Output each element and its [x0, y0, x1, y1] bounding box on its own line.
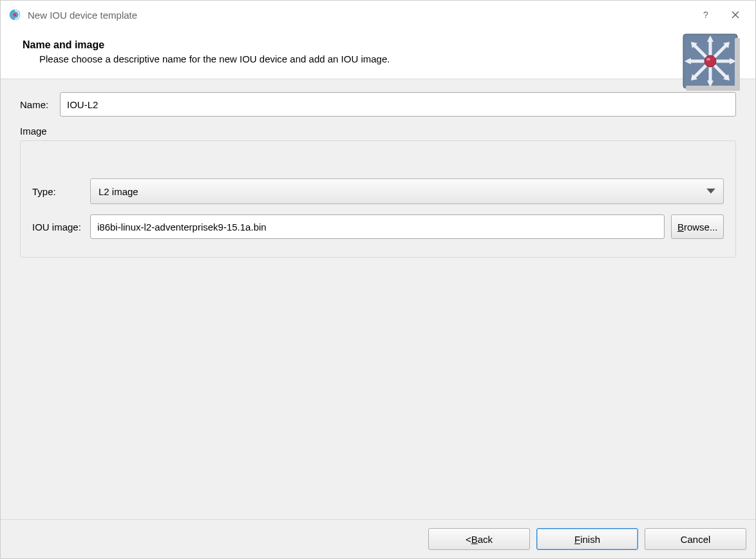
type-row: Type: L2 image: [32, 178, 724, 204]
window-title: New IOU device template: [28, 10, 137, 21]
chevron-down-icon: [706, 186, 715, 197]
page-description: Please choose a descriptive name for the…: [39, 53, 740, 64]
type-select[interactable]: L2 image: [90, 178, 724, 204]
svg-marker-26: [706, 189, 715, 194]
svg-rect-7: [735, 38, 740, 91]
svg-point-25: [706, 58, 710, 61]
button-bar: < Back Finish Cancel: [1, 520, 755, 558]
titlebar: New IOU device template ?: [1, 1, 755, 29]
wizard-header: Name and image Please choose a descripti…: [1, 29, 755, 79]
cancel-button[interactable]: Cancel: [645, 528, 746, 550]
device-icon: [681, 32, 742, 93]
svg-point-1: [14, 14, 17, 17]
iou-image-row: IOU image: Browse...: [32, 214, 724, 239]
browse-button[interactable]: Browse...: [671, 214, 724, 239]
page-title: Name and image: [23, 39, 740, 51]
svg-point-24: [704, 55, 716, 67]
name-label: Name:: [20, 99, 60, 110]
finish-button[interactable]: Finish: [536, 528, 638, 550]
image-group-label: Image: [20, 126, 736, 137]
close-button[interactable]: [721, 2, 750, 28]
iou-image-label: IOU image:: [32, 222, 90, 232]
name-input[interactable]: [60, 92, 736, 117]
iou-image-input[interactable]: [90, 214, 665, 239]
form-area: Name: Image Type: L2 image IOU: [1, 79, 755, 520]
svg-text:?: ?: [703, 11, 708, 19]
back-button[interactable]: < Back: [428, 528, 530, 550]
name-row: Name:: [20, 92, 736, 117]
type-value: L2 image: [99, 186, 715, 197]
app-icon: [8, 8, 21, 21]
image-group: Type: L2 image IOU image: Browse...: [20, 140, 736, 258]
svg-rect-6: [686, 86, 740, 91]
help-button[interactable]: ?: [691, 2, 721, 28]
type-label: Type:: [32, 186, 90, 197]
wizard-window: New IOU device template ? Name and image…: [0, 0, 756, 559]
